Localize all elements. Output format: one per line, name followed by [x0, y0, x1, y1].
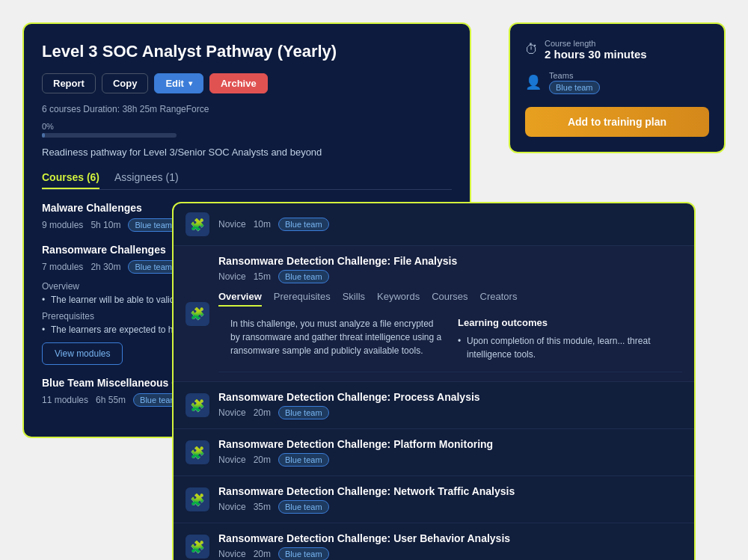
tab-overview[interactable]: Overview — [218, 291, 262, 307]
add-to-training-plan-button[interactable]: Add to training plan — [525, 107, 709, 137]
active-team-badge: Blue team — [278, 270, 329, 283]
teams-row: 👤 Teams Blue team — [525, 71, 709, 93]
course-duration: 5h 10m — [91, 220, 120, 230]
active-duration: 15m — [254, 271, 271, 282]
active-challenge-meta: Novice 15m Blue team — [218, 270, 682, 283]
course-length-row: ⏱ Course length 2 hours 30 minutes — [525, 39, 709, 61]
course-length-value: 2 hours 30 minutes — [545, 48, 647, 61]
active-level: Novice — [218, 271, 246, 282]
challenge-meta: Novice 20m Blue team — [218, 406, 480, 419]
main-tabs: Courses (6) Assignees (1) — [42, 171, 452, 190]
challenge-info: Novice 10m Blue team — [218, 218, 329, 231]
detail-challenge-card: 🧩 Novice 10m Blue team 🧩 Ransomware Dete… — [172, 202, 696, 560]
report-button[interactable]: Report — [42, 73, 96, 93]
puzzle-icon: 🧩 — [186, 302, 209, 326]
active-challenge-title: Ransomware Detection Challenge: File Ana… — [218, 255, 682, 267]
learning-title: Learning outcomes — [458, 317, 670, 328]
active-challenge-item[interactable]: 🧩 Ransomware Detection Challenge: File A… — [174, 246, 694, 382]
action-buttons: Report Copy Edit ▾ Archive — [42, 73, 452, 93]
duration: 20m — [254, 455, 271, 465]
challenge-info: Ransomware Detection Challenge: User Beh… — [218, 532, 510, 560]
archive-button[interactable]: Archive — [209, 73, 268, 93]
blue-team-badge: Blue team — [128, 260, 179, 274]
challenge-info: Ransomware Detection Challenge: Process … — [218, 391, 480, 419]
learning-item: Upon completion of this module, learn...… — [458, 334, 670, 361]
person-icon: 👤 — [525, 74, 542, 90]
detail-content-area: In this challenge, you must analyze a fi… — [218, 307, 682, 372]
challenge-description: In this challenge, you must analyze a fi… — [230, 317, 443, 361]
active-challenge-content: Ransomware Detection Challenge: File Ana… — [218, 255, 682, 372]
challenge-duration: 10m — [254, 219, 271, 230]
tab-courses[interactable]: Courses (6) — [42, 171, 99, 189]
blue-team-badge: Blue team — [278, 547, 329, 560]
progress-bar-fill — [42, 133, 45, 138]
blue-team-badge: Blue team — [278, 218, 329, 231]
challenge-title: Ransomware Detection Challenge: Process … — [218, 391, 480, 403]
challenge-item[interactable]: 🧩 Novice 10m Blue team — [174, 203, 694, 246]
course-duration: 6h 55m — [96, 395, 126, 405]
tab-assignees[interactable]: Assignees (1) — [114, 171, 179, 189]
tab-prerequisites[interactable]: Prerequisites — [274, 291, 331, 307]
puzzle-icon: 🧩 — [186, 487, 209, 511]
tab-creators[interactable]: Creators — [480, 291, 518, 307]
progress-bar-background — [42, 133, 177, 138]
challenge-meta: Novice 10m Blue team — [218, 218, 329, 231]
challenge-meta: Novice 20m Blue team — [218, 547, 510, 560]
blue-team-badge: Blue team — [128, 218, 179, 232]
challenge-title: Ransomware Detection Challenge: User Beh… — [218, 532, 510, 544]
learning-outcomes: Learning outcomes Upon completion of thi… — [458, 317, 670, 361]
puzzle-icon: 🧩 — [186, 393, 209, 417]
duration: 35m — [254, 502, 271, 512]
progress-container: 0% — [42, 122, 452, 138]
copy-button[interactable]: Copy — [102, 73, 149, 93]
duration: 20m — [254, 407, 271, 418]
challenge-meta: Novice 35m Blue team — [218, 500, 515, 514]
level: Novice — [218, 407, 246, 418]
course-modules: 7 modules — [42, 262, 83, 272]
challenge-title: Ransomware Detection Challenge: Platform… — [218, 438, 493, 450]
challenge-item[interactable]: 🧩 Ransomware Detection Challenge: User B… — [174, 523, 694, 560]
view-modules-button[interactable]: View modules — [42, 342, 123, 365]
challenge-item[interactable]: 🧩 Ransomware Detection Challenge: Platfo… — [174, 429, 694, 476]
course-length-label: Course length — [545, 39, 647, 48]
puzzle-icon: 🧩 — [186, 212, 209, 236]
pathway-title: Level 3 SOC Analyst Pathway (Yearly) — [42, 42, 452, 61]
blue-team-badge: Blue team — [278, 406, 329, 419]
pathway-description: Readiness pathway for Level 3/Senior SOC… — [42, 147, 452, 158]
challenge-item[interactable]: 🧩 Ransomware Detection Challenge: Proces… — [174, 382, 694, 429]
course-modules: 9 modules — [42, 220, 83, 230]
challenge-info: Ransomware Detection Challenge: Network … — [218, 485, 515, 514]
blue-team-badge: Blue team — [278, 500, 329, 514]
teams-label: Teams — [549, 71, 600, 80]
tab-keywords[interactable]: Keywords — [377, 291, 420, 307]
course-length-info: Course length 2 hours 30 minutes — [545, 39, 647, 61]
team-badge: Blue team — [549, 81, 600, 94]
duration: 20m — [254, 549, 271, 559]
level: Novice — [218, 502, 246, 512]
detail-tabs: Overview Prerequisites Skills Keywords C… — [218, 291, 682, 307]
progress-label: 0% — [42, 122, 452, 131]
level: Novice — [218, 549, 246, 559]
challenge-info: Ransomware Detection Challenge: Platform… — [218, 438, 493, 467]
top-right-info-card: ⏱ Course length 2 hours 30 minutes 👤 Tea… — [509, 22, 726, 153]
blue-team-badge: Blue team — [278, 453, 329, 467]
challenge-title: Ransomware Detection Challenge: Network … — [218, 485, 515, 497]
tab-skills[interactable]: Skills — [343, 291, 365, 307]
edit-button[interactable]: Edit ▾ — [154, 73, 203, 93]
chevron-down-icon: ▾ — [188, 79, 192, 87]
challenge-item[interactable]: 🧩 Ransomware Detection Challenge: Networ… — [174, 476, 694, 523]
pathway-meta: 6 courses Duration: 38h 25m RangeForce — [42, 104, 452, 114]
challenge-level: Novice — [218, 219, 246, 230]
course-modules: 11 modules — [42, 395, 88, 405]
puzzle-icon: 🧩 — [186, 440, 209, 464]
clock-icon: ⏱ — [525, 42, 539, 58]
tab-courses[interactable]: Courses — [432, 291, 468, 307]
challenge-meta: Novice 20m Blue team — [218, 453, 493, 467]
puzzle-icon: 🧩 — [186, 535, 209, 559]
course-duration: 2h 30m — [91, 262, 120, 272]
level: Novice — [218, 455, 246, 465]
teams-info: Teams Blue team — [549, 71, 600, 93]
